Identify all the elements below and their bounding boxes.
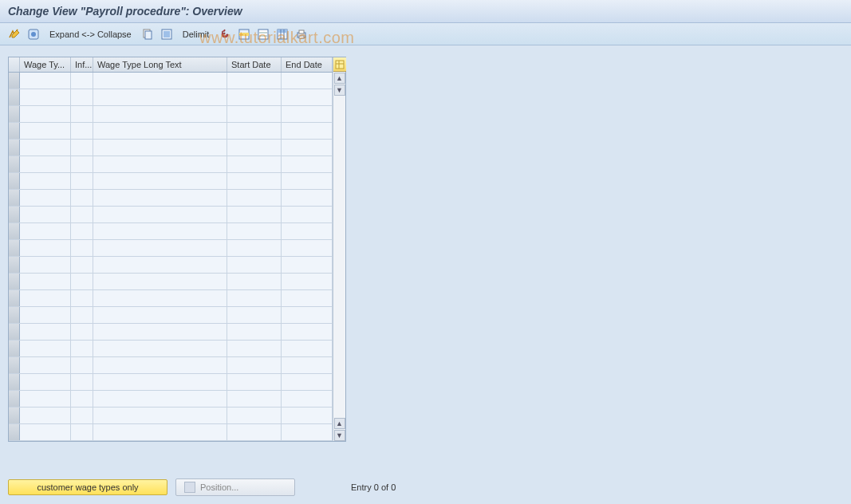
cell-start-date[interactable] (227, 290, 282, 306)
cell-inf[interactable] (71, 374, 93, 390)
cell-wage-type[interactable] (20, 156, 71, 172)
cell-wage-type[interactable] (20, 257, 71, 273)
cell-wage-type[interactable] (20, 341, 71, 356)
cell-end-date[interactable] (282, 341, 333, 356)
cell-wage-type[interactable] (20, 140, 71, 156)
cell-wage-type[interactable] (20, 374, 71, 390)
copy-icon[interactable] (140, 26, 156, 42)
cell-end-date[interactable] (282, 173, 333, 189)
configure-columns-icon[interactable] (333, 57, 346, 72)
cell-start-date[interactable] (227, 89, 282, 105)
cell-end-date[interactable] (282, 73, 333, 89)
row-selector[interactable] (9, 140, 20, 156)
cell-long-text[interactable] (93, 307, 227, 323)
column-header-end-date[interactable]: End Date (282, 57, 333, 72)
select-all-icon[interactable] (159, 26, 175, 42)
cell-wage-type[interactable] (20, 240, 71, 256)
print-icon[interactable] (294, 26, 309, 42)
table-row[interactable] (9, 341, 333, 357)
row-selector[interactable] (9, 274, 20, 289)
cell-inf[interactable] (71, 290, 93, 306)
table-settings-icon[interactable] (274, 26, 290, 42)
cell-start-date[interactable] (227, 223, 282, 239)
cell-wage-type[interactable] (20, 223, 71, 239)
scroll-thumb[interactable]: ▼ (334, 85, 345, 96)
cell-long-text[interactable] (93, 89, 227, 105)
row-selector[interactable] (9, 307, 20, 323)
table-row[interactable] (9, 140, 333, 156)
cell-wage-type[interactable] (20, 357, 71, 373)
customer-wage-types-button[interactable]: customer wage types only (8, 479, 167, 495)
cell-wage-type[interactable] (20, 424, 71, 440)
table-row[interactable] (9, 223, 333, 240)
cell-end-date[interactable] (282, 223, 333, 239)
table-row[interactable] (9, 207, 333, 223)
cell-long-text[interactable] (93, 190, 227, 206)
cell-long-text[interactable] (93, 73, 227, 89)
table-row[interactable] (9, 257, 333, 274)
select-block-icon[interactable] (236, 26, 252, 42)
cell-inf[interactable] (71, 408, 93, 423)
table-row[interactable] (9, 190, 333, 207)
table-row[interactable] (9, 307, 333, 324)
cell-end-date[interactable] (282, 324, 333, 340)
table-row[interactable] (9, 73, 333, 89)
cell-end-date[interactable] (282, 257, 333, 273)
table-row[interactable] (9, 391, 333, 408)
row-selector[interactable] (9, 123, 20, 139)
cell-long-text[interactable] (93, 123, 227, 139)
cell-inf[interactable] (71, 89, 93, 105)
cell-inf[interactable] (71, 274, 93, 289)
table-row[interactable] (9, 374, 333, 391)
cell-start-date[interactable] (227, 307, 282, 323)
table-row[interactable] (9, 424, 333, 441)
cell-wage-type[interactable] (20, 106, 71, 122)
cell-start-date[interactable] (227, 324, 282, 340)
cell-long-text[interactable] (93, 408, 227, 423)
cell-end-date[interactable] (282, 240, 333, 256)
cell-long-text[interactable] (93, 207, 227, 222)
cell-end-date[interactable] (282, 391, 333, 407)
cell-end-date[interactable] (282, 424, 333, 440)
undo-icon[interactable] (217, 26, 233, 42)
cell-long-text[interactable] (93, 290, 227, 306)
cell-end-date[interactable] (282, 357, 333, 373)
cell-end-date[interactable] (282, 106, 333, 122)
cell-inf[interactable] (71, 173, 93, 189)
table-row[interactable] (9, 123, 333, 140)
cell-inf[interactable] (71, 257, 93, 273)
cell-start-date[interactable] (227, 106, 282, 122)
cell-long-text[interactable] (93, 374, 227, 390)
cell-wage-type[interactable] (20, 274, 71, 289)
cell-inf[interactable] (71, 140, 93, 156)
cell-wage-type[interactable] (20, 173, 71, 189)
cell-start-date[interactable] (227, 156, 282, 172)
expand-collapse-button[interactable]: Expand <-> Collapse (45, 28, 136, 41)
column-header-inf[interactable]: Inf... (71, 57, 93, 72)
cell-long-text[interactable] (93, 223, 227, 239)
cell-long-text[interactable] (93, 257, 227, 273)
cell-inf[interactable] (71, 341, 93, 356)
cell-long-text[interactable] (93, 274, 227, 289)
row-selector[interactable] (9, 357, 20, 373)
cell-wage-type[interactable] (20, 408, 71, 423)
cell-wage-type[interactable] (20, 123, 71, 139)
cell-inf[interactable] (71, 207, 93, 222)
cell-long-text[interactable] (93, 240, 227, 256)
row-selector[interactable] (9, 424, 20, 440)
table-row[interactable] (9, 324, 333, 341)
cell-long-text[interactable] (93, 424, 227, 440)
table-row[interactable] (9, 274, 333, 290)
row-selector[interactable] (9, 156, 20, 172)
row-selector[interactable] (9, 190, 20, 206)
table-row[interactable] (9, 156, 333, 173)
cell-long-text[interactable] (93, 173, 227, 189)
cell-start-date[interactable] (227, 190, 282, 206)
scroll-up-icon[interactable]: ▲ (334, 73, 345, 84)
row-selector[interactable] (9, 324, 20, 340)
cell-start-date[interactable] (227, 274, 282, 289)
row-selector[interactable] (9, 391, 20, 407)
cell-inf[interactable] (71, 357, 93, 373)
column-header-wage-type[interactable]: Wage Ty... (20, 57, 71, 72)
cell-end-date[interactable] (282, 307, 333, 323)
